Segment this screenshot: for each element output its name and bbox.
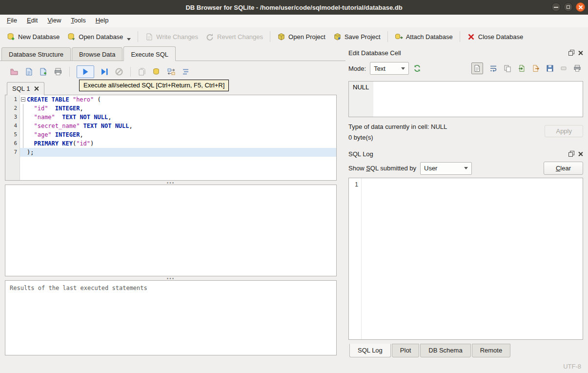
- splitter-handle[interactable]: •••: [5, 276, 337, 280]
- sql-tab[interactable]: SQL 1: [7, 82, 44, 95]
- execute-all-button[interactable]: [77, 65, 94, 78]
- results-grid[interactable]: [5, 185, 337, 276]
- word-wrap-icon[interactable]: [489, 64, 497, 72]
- dock-tab-remote[interactable]: Remote: [472, 344, 511, 357]
- dropdown-caret-icon[interactable]: [127, 38, 131, 41]
- auto-switch-mode-icon[interactable]: [413, 64, 422, 73]
- close-window-icon[interactable]: [576, 2, 585, 12]
- cell-type-info: Type of data currently in cell: NULL: [348, 123, 545, 130]
- minimize-icon[interactable]: [551, 2, 561, 12]
- cell-size-info: 0 byte(s): [348, 134, 545, 141]
- attach-database-icon: [395, 33, 403, 41]
- float-dock-icon[interactable]: [568, 151, 574, 157]
- attach-database-small-icon[interactable]: [152, 67, 161, 76]
- menu-view[interactable]: View: [42, 15, 66, 27]
- dock-tabstrip: SQL Log Plot DB Schema Remote: [348, 344, 583, 357]
- sql-toolbar: Execute all/selected SQL [Ctrl+Return, F…: [5, 63, 337, 81]
- encoding-indicator: UTF-8: [563, 363, 581, 370]
- close-database-button[interactable]: Close Database: [463, 30, 527, 43]
- menu-edit[interactable]: Edit: [22, 15, 42, 27]
- fold-marker-icon[interactable]: [21, 97, 25, 102]
- menu-help[interactable]: Help: [91, 15, 114, 27]
- code-line-current: 7 );: [5, 148, 336, 157]
- toolbar-separator: [270, 31, 270, 42]
- edit-cell-toolbar: Mode: Text: [348, 62, 583, 75]
- execute-tooltip: Execute all/selected SQL [Ctrl+Return, F…: [79, 80, 229, 91]
- sql-editor[interactable]: 1 CREATE TABLE "hero" ( 2 "id" INTEGER, …: [5, 95, 337, 181]
- dock-tab-db-schema[interactable]: DB Schema: [420, 344, 470, 357]
- cell-editor[interactable]: NULL: [348, 81, 583, 117]
- new-database-button[interactable]: New Database: [3, 30, 63, 43]
- left-column: Database Structure Browse Data Execute S…: [0, 46, 345, 359]
- tab-browse-data[interactable]: Browse Data: [72, 47, 122, 61]
- find-replace-icon[interactable]: [167, 67, 176, 76]
- code-line: 3 "name" TEXT NOT NULL,: [5, 113, 336, 122]
- apply-button[interactable]: Apply: [545, 125, 583, 137]
- clear-button[interactable]: Clear: [544, 162, 583, 175]
- edit-cell-title: Edit Database Cell: [348, 49, 568, 57]
- save-sql-file-icon[interactable]: [24, 67, 33, 76]
- window-controls: [551, 2, 585, 12]
- main-tabstrip: Database Structure Browse Data Execute S…: [0, 46, 345, 61]
- close-sql-tab-icon[interactable]: [34, 86, 39, 91]
- close-dock-icon[interactable]: [578, 151, 583, 157]
- write-changes-button[interactable]: Write Changes: [141, 30, 202, 43]
- stop-icon[interactable]: [115, 67, 123, 76]
- menu-tools[interactable]: Tools: [66, 15, 90, 27]
- dock-tab-plot[interactable]: Plot: [392, 344, 419, 357]
- open-database-icon: [67, 33, 76, 41]
- export-results-icon[interactable]: [138, 67, 146, 76]
- execute-sql-panel: Execute all/selected SQL [Ctrl+Return, F…: [0, 61, 345, 359]
- import-icon[interactable]: [518, 64, 526, 72]
- results-message[interactable]: Results of the last executed statements: [5, 280, 337, 355]
- code-line: 1 CREATE TABLE "hero" (: [5, 95, 336, 104]
- close-dock-icon[interactable]: [578, 50, 583, 56]
- copy-icon[interactable]: [504, 64, 511, 72]
- mode-label: Mode:: [348, 65, 366, 72]
- titlebar: DB Browser for SQLite - /home/user/code/…: [0, 0, 588, 15]
- mode-combobox[interactable]: Text: [370, 62, 409, 75]
- app-window: DB Browser for SQLite - /home/user/code/…: [0, 0, 588, 373]
- text-view-icon[interactable]: [471, 62, 483, 74]
- code-line: 6 PRIMARY KEY("id"): [5, 139, 336, 148]
- attach-database-button[interactable]: Attach Database: [391, 30, 457, 43]
- chevron-down-icon: [401, 67, 405, 70]
- toolbar-separator: [460, 31, 460, 42]
- menu-file[interactable]: File: [2, 15, 22, 27]
- save-project-button[interactable]: Save Project: [329, 30, 385, 43]
- print-cell-icon[interactable]: [573, 64, 581, 72]
- tab-execute-sql[interactable]: Execute SQL: [123, 46, 176, 61]
- log-line-number: 1: [349, 178, 362, 339]
- toolbar-separator: [387, 31, 388, 42]
- code-line: 4 "secret_name" TEXT NOT NULL,: [5, 122, 336, 130]
- main-content: Database Structure Browse Data Execute S…: [0, 46, 588, 359]
- export-icon[interactable]: [532, 64, 540, 72]
- print-sql-icon[interactable]: [54, 67, 62, 76]
- splitter-handle[interactable]: •••: [5, 181, 337, 185]
- format-sql-icon[interactable]: [182, 67, 190, 76]
- execute-current-line-icon[interactable]: [100, 67, 109, 76]
- revert-changes-button[interactable]: Revert Changes: [202, 30, 267, 43]
- edit-cell-icons: [471, 62, 583, 74]
- open-sql-file-icon[interactable]: [10, 67, 19, 76]
- close-database-icon: [467, 33, 475, 41]
- restore-icon[interactable]: [564, 2, 573, 12]
- menubar: File Edit View Tools Help: [0, 15, 588, 27]
- sql-log-filter-row: Show SQL submitted by User Clear: [348, 162, 583, 175]
- execute-all-icon: [81, 68, 89, 76]
- save-icon[interactable]: [546, 64, 554, 72]
- dock-tab-sql-log[interactable]: SQL Log: [349, 344, 391, 357]
- tab-database-structure[interactable]: Database Structure: [1, 47, 71, 61]
- chevron-down-icon: [464, 167, 468, 169]
- filter-label: Show SQL submitted by: [348, 165, 416, 172]
- open-project-button[interactable]: Open Project: [273, 30, 329, 43]
- set-null-icon[interactable]: [560, 65, 567, 72]
- open-database-button[interactable]: Open Database: [63, 30, 135, 43]
- save-sql-as-icon[interactable]: [39, 67, 48, 76]
- sql-log-view[interactable]: 1: [348, 178, 583, 340]
- revert-changes-icon: [206, 33, 214, 41]
- float-dock-icon[interactable]: [568, 50, 574, 56]
- submitted-by-combobox[interactable]: User: [420, 162, 472, 175]
- write-changes-icon: [145, 33, 153, 41]
- open-project-icon: [277, 33, 285, 41]
